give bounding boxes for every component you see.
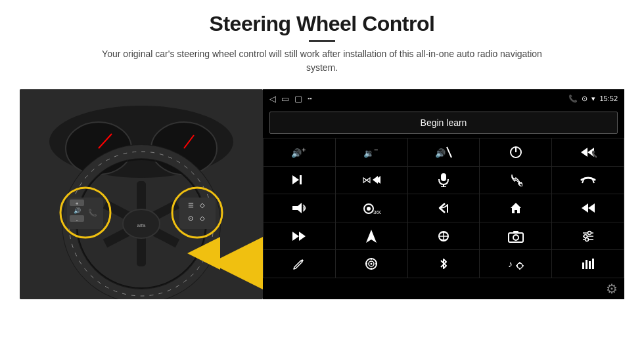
svg-point-57 <box>367 207 371 211</box>
svg-text:☰: ☰ <box>188 201 194 209</box>
source-button[interactable] <box>408 222 480 250</box>
next-button[interactable] <box>264 167 335 194</box>
svg-text:◇: ◇ <box>200 215 205 222</box>
status-bar: ◁ ▭ ▢ ▪▪ 📞 ⊙ ▾ 15:52 <box>263 89 624 108</box>
svg-text:🔊: 🔊 <box>291 148 302 159</box>
begin-learn-button[interactable]: Begin learn <box>269 112 618 134</box>
begin-learn-row: Begin learn <box>263 108 624 138</box>
svg-point-76 <box>585 238 588 241</box>
svg-line-39 <box>447 147 451 158</box>
svg-text:alfa: alfa <box>137 222 146 228</box>
settings-row: ⚙ <box>263 278 624 299</box>
prev-phone-button[interactable]: 📞 <box>552 138 624 166</box>
fast-prev-button[interactable] <box>552 194 624 222</box>
horn-button[interactable] <box>264 194 335 222</box>
svg-text:360°: 360° <box>373 209 381 215</box>
svg-text:+: + <box>302 146 306 154</box>
svg-text:📞: 📞 <box>591 150 597 158</box>
time-display: 15:52 <box>599 94 618 102</box>
svg-rect-27 <box>179 198 216 229</box>
back-icon[interactable]: ◁ <box>269 94 276 104</box>
svg-text:-: - <box>76 217 78 222</box>
nav-button[interactable] <box>336 222 407 250</box>
home-button[interactable] <box>480 194 551 222</box>
mute-button[interactable]: 🔊 <box>408 138 480 166</box>
phone-status-icon: 📞 <box>568 94 578 103</box>
svg-text:♪: ♪ <box>508 259 513 269</box>
svg-text:📞: 📞 <box>88 208 97 217</box>
svg-text:🔉: 🔉 <box>363 148 375 159</box>
svg-text:◇: ◇ <box>200 201 205 209</box>
shuffle-next-button[interactable]: ⋈ <box>336 167 407 194</box>
content-area: alfa + 🔊 - 📞 ☰ ◇ <box>20 89 624 299</box>
svg-point-75 <box>587 231 591 234</box>
svg-text:⊙: ⊙ <box>188 215 193 222</box>
bluetooth-button[interactable] <box>408 250 480 278</box>
svg-marker-55 <box>292 203 302 213</box>
svg-marker-64 <box>366 230 377 243</box>
eq-button[interactable] <box>552 222 624 250</box>
svg-rect-90 <box>582 262 584 269</box>
end-call-button[interactable] <box>552 167 624 194</box>
back-button[interactable] <box>408 194 480 222</box>
svg-rect-46 <box>300 175 302 184</box>
target-button[interactable] <box>336 250 407 278</box>
subtitle: Your original car's steering wheel contr… <box>92 47 552 75</box>
recents-icon[interactable]: ▢ <box>294 94 302 104</box>
power-button[interactable] <box>480 138 551 166</box>
wifi-icon: ▾ <box>591 94 595 103</box>
page-container: Steering Wheel Control Your original car… <box>0 0 644 357</box>
svg-rect-92 <box>589 261 591 269</box>
svg-text:+: + <box>76 201 79 207</box>
svg-marker-61 <box>582 203 588 213</box>
svg-point-85 <box>517 263 522 268</box>
svg-point-79 <box>371 263 373 265</box>
svg-rect-50 <box>441 173 446 181</box>
svg-rect-70 <box>513 231 518 234</box>
svg-rect-91 <box>586 260 587 269</box>
mic-button[interactable] <box>408 167 480 194</box>
home-icon[interactable]: ▭ <box>281 94 289 104</box>
page-title: Steering Wheel Control <box>92 12 552 36</box>
call-button[interactable] <box>480 167 551 194</box>
svg-marker-59 <box>511 203 521 213</box>
svg-point-69 <box>513 235 518 240</box>
status-right: 📞 ⊙ ▾ 15:52 <box>568 94 618 103</box>
svg-text:⋈: ⋈ <box>362 175 371 185</box>
svg-marker-45 <box>292 175 299 184</box>
equalizer-button[interactable] <box>552 250 624 278</box>
signal-icon: ▪▪ <box>308 95 311 102</box>
vol-up-button[interactable]: 🔊+ <box>264 138 335 166</box>
android-unit: ◁ ▭ ▢ ▪▪ 📞 ⊙ ▾ 15:52 Begin learn <box>263 89 624 299</box>
svg-point-74 <box>584 234 587 238</box>
settings-icon[interactable]: ⚙ <box>606 281 618 297</box>
vol-down-button[interactable]: 🔉− <box>336 138 407 166</box>
music-settings-button[interactable]: ♪ <box>480 250 551 278</box>
svg-text:🔊: 🔊 <box>74 207 81 215</box>
svg-marker-43 <box>581 148 587 157</box>
svg-rect-93 <box>592 259 594 269</box>
status-left: ◁ ▭ ▢ ▪▪ <box>269 94 311 104</box>
title-section: Steering Wheel Control Your original car… <box>92 12 552 84</box>
controls-grid: 🔊+ 🔉− 🔊 <box>263 138 624 278</box>
camera-360-button[interactable]: 360° <box>336 194 407 222</box>
title-divider <box>309 40 335 42</box>
svg-text:−: − <box>374 146 378 154</box>
svg-marker-62 <box>292 232 299 241</box>
svg-marker-63 <box>299 232 306 241</box>
edit-button[interactable] <box>264 250 335 278</box>
fast-forward-button[interactable] <box>264 222 335 250</box>
camera-button[interactable] <box>480 222 551 250</box>
steering-wheel-image: alfa + 🔊 - 📞 ☰ ◇ <box>20 89 263 299</box>
svg-text:🔊: 🔊 <box>435 148 446 159</box>
location-icon: ⊙ <box>582 94 587 103</box>
svg-marker-60 <box>588 203 595 213</box>
